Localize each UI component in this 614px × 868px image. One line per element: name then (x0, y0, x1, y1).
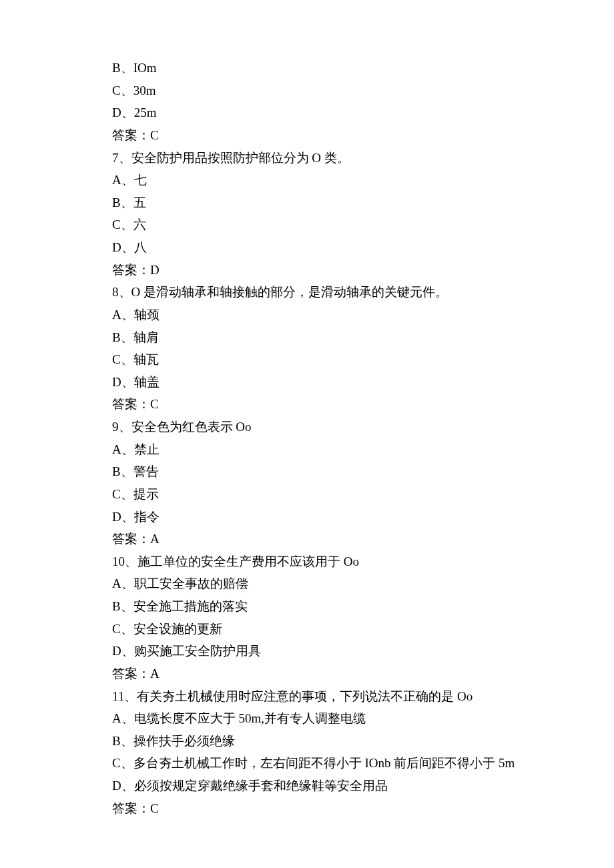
text-line: B、警告 (112, 460, 526, 483)
text-line: B、IOm (112, 57, 526, 79)
text-line: C、提示 (112, 483, 526, 506)
text-line: D、指令 (112, 506, 526, 528)
text-line: A、职工安全事故的赔偿 (112, 572, 526, 595)
text-line: C、六 (112, 213, 526, 236)
text-line: 10、施工单位的安全生产费用不应该用于 Oo (112, 550, 526, 573)
text-line: 答案：A (112, 663, 526, 685)
text-line: C、30m (112, 79, 526, 102)
text-line: A、禁止 (112, 438, 526, 461)
text-line: D、购买施工安全防护用具 (112, 640, 526, 663)
text-line: 答案：C (112, 393, 526, 416)
text-line: D、八 (112, 236, 526, 259)
document-page: B、IOm C、30m D、25m 答案：C 7、安全防护用品按照防护部位分为 … (0, 0, 526, 859)
text-line: C、轴瓦 (112, 348, 526, 371)
text-line: A、轴颈 (112, 304, 526, 326)
text-line: 8、O 是滑动轴承和轴接触的部分，是滑动轴承的关键元件。 (112, 281, 526, 304)
text-line: 答案：D (112, 259, 526, 282)
text-line: C、安全设施的更新 (112, 618, 526, 640)
text-line: 9、安全色为红色表示 Oo (112, 416, 526, 438)
text-line: C、多台夯土机械工作时，左右间距不得小于 IOnb 前后间距不得小于 5m (112, 752, 526, 775)
text-line: 答案：A (112, 528, 526, 550)
text-line: B、安全施工措施的落实 (112, 595, 526, 618)
text-line: B、五 (112, 191, 526, 214)
text-line: 答案：C (112, 797, 526, 820)
text-line: B、操作扶手必须绝缘 (112, 730, 526, 753)
text-line: D、25m (112, 101, 526, 124)
text-line: 答案：C (112, 124, 526, 147)
text-line: 11、有关夯土机械使用时应注意的事项，下列说法不正确的是 Oo (112, 685, 526, 708)
text-line: D、必须按规定穿戴绝缘手套和绝缘鞋等安全用品 (112, 775, 526, 797)
text-line: B、轴肩 (112, 326, 526, 349)
text-line: D、轴盖 (112, 371, 526, 394)
text-line: 7、安全防护用品按照防护部位分为 O 类。 (112, 147, 526, 169)
text-line: A、电缆长度不应大于 50m,并有专人调整电缆 (112, 707, 526, 730)
text-line: A、七 (112, 169, 526, 191)
